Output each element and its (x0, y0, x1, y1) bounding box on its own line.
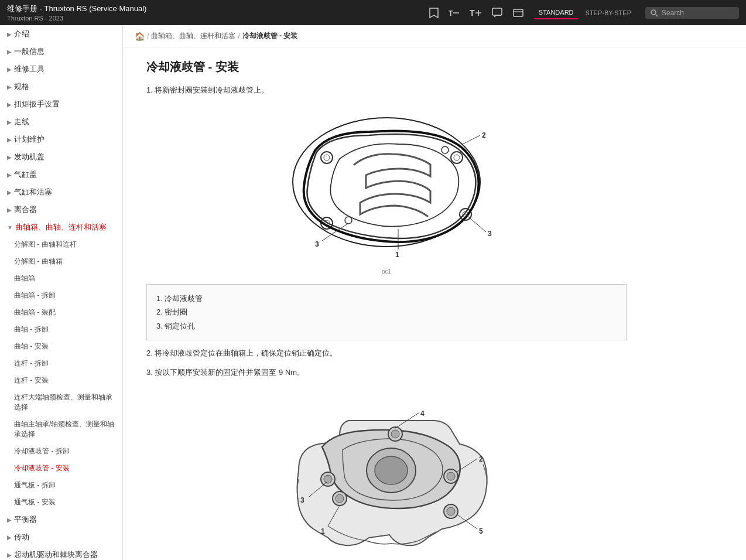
sidebar-sub-item-exploded-crankrod[interactable]: 分解图 - 曲轴和连杆 (0, 236, 122, 253)
main-layout: ▶介绍▶一般信息▶维修工具▶规格▶扭矩扳手设置▶走线▶计划维护▶发动机盖▶气缸盖… (0, 25, 746, 560)
sidebar-item-specs[interactable]: ▶规格 (0, 78, 122, 95)
svg-point-36 (324, 475, 332, 483)
view-modes: STANDARD STEP-BY-STEP (534, 6, 636, 19)
breadcrumb-current: 冷却液歧管 - 安装 (242, 31, 298, 41)
chevron-icon: ▶ (7, 172, 12, 178)
sidebar-item-starter-clutch[interactable]: ▶起动机驱动和棘块离合器 (0, 546, 122, 560)
sidebar-item-cylinder[interactable]: ▶气缸盖 (0, 166, 122, 183)
sidebar-sub-item-conrod-inspect[interactable]: 连杆大端轴颈检查、测量和轴承选择 (0, 389, 122, 416)
chevron-icon: ▶ (7, 136, 12, 143)
sidebar-item-service-tools[interactable]: ▶维修工具 (0, 60, 122, 78)
svg-text:3: 3 (315, 240, 319, 248)
sidebar-sub-item-label: 分解图 - 曲轴箱 (14, 257, 63, 267)
legend-item-2: 2. 密封圈 (156, 305, 617, 319)
sidebar-sub-item-main-bearing[interactable]: 曲轴主轴承/轴颈检查、测量和轴承选择 (0, 416, 122, 443)
sidebar-item-crankcase[interactable]: ▼曲轴箱、曲轴、连杆和活塞 (0, 218, 122, 236)
sidebar-item-label: 平衡器 (14, 514, 37, 525)
sidebar-sub-item-conrod-remove[interactable]: 连杆 - 拆卸 (0, 355, 122, 372)
sidebar-sub-item-vent-plate-remove[interactable]: 通气板 - 拆卸 (0, 477, 122, 494)
sidebar-item-label: 气缸盖 (14, 169, 37, 180)
sidebar-sub-item-label: 连杆大端轴颈检查、测量和轴承选择 (14, 392, 115, 412)
sidebar-sub-item-crankcase-assemble[interactable]: 曲轴箱 - 装配 (0, 304, 122, 321)
sidebar-sub-item-crank-remove[interactable]: 曲轴 - 拆卸 (0, 321, 122, 338)
sidebar-sub-item-coolant-manifold-remove[interactable]: 冷却液歧管 - 拆卸 (0, 443, 122, 460)
sidebar-item-label: 计划维护 (14, 134, 45, 145)
article: 冷却液歧管 - 安装 1. 将新密封圈安装到冷却液歧管上。 (123, 47, 650, 560)
sidebar-item-planned-maintenance[interactable]: ▶计划维护 (0, 131, 122, 148)
svg-point-13 (451, 152, 463, 163)
stepbystep-view-btn[interactable]: STEP-BY-STEP (581, 7, 636, 19)
breadcrumb-link-1[interactable]: 曲轴箱、曲轴、连杆和活塞 (151, 31, 235, 41)
chevron-icon: ▶ (7, 49, 12, 55)
font-decrease-icon[interactable]: T (449, 8, 460, 18)
sidebar-sub-item-vent-plate-install[interactable]: 通气板 - 安装 (0, 494, 122, 511)
sidebar-sub-item-label: 曲轴主轴承/轴颈检查、测量和轴承选择 (14, 419, 115, 439)
sidebar-item-label: 一般信息 (14, 46, 45, 57)
sidebar-item-general-info[interactable]: ▶一般信息 (0, 43, 122, 60)
sidebar-sub-item-label: 分解图 - 曲轴和连杆 (14, 240, 77, 250)
svg-point-40 (447, 507, 455, 515)
legend-box: 1. 冷却液歧管 2. 密封圈 3. 销定位孔 (146, 284, 627, 340)
content: 🏠 / 曲轴箱、曲轴、连杆和活塞 / 冷却液歧管 - 安装 冷却液歧管 - 安装… (123, 25, 746, 560)
sidebar-item-balancer[interactable]: ▶平衡器 (0, 511, 122, 528)
svg-line-9 (656, 14, 658, 16)
sidebar-item-engine-covers[interactable]: ▶发动机盖 (0, 148, 122, 166)
sidebar-sub-item-label: 冷却液歧管 - 拆卸 (14, 446, 70, 456)
sidebar-item-wiring[interactable]: ▶走线 (0, 113, 122, 131)
image-1-caption: oc1 (146, 268, 627, 275)
chevron-icon: ▶ (7, 154, 12, 161)
sidebar: ▶介绍▶一般信息▶维修工具▶规格▶扭矩扳手设置▶走线▶计划维护▶发动机盖▶气缸盖… (0, 25, 123, 560)
sidebar-item-label: 规格 (14, 81, 29, 92)
svg-rect-5 (492, 8, 502, 15)
titlebar-subtitle: Thruxton RS - 2023 (7, 15, 146, 22)
sidebar-sub-item-label: 通气板 - 拆卸 (14, 480, 56, 490)
sidebar-item-label: 介绍 (14, 29, 29, 39)
sidebar-item-clutch[interactable]: ▶离合器 (0, 201, 122, 218)
search-input[interactable] (662, 9, 732, 17)
sidebar-item-cylinder-piston[interactable]: ▶气缸和活塞 (0, 183, 122, 201)
sidebar-sub-item-label: 曲轴箱 - 装配 (14, 308, 56, 317)
breadcrumb-sep-2: / (238, 32, 239, 40)
chevron-icon: ▶ (7, 84, 12, 90)
sidebar-sub-item-crankcase-item[interactable]: 曲轴箱 (0, 270, 122, 287)
diagram-2-container: 1 2 3 4 5 (146, 388, 627, 560)
sidebar-sub-item-crankcase-remove[interactable]: 曲轴箱 - 拆卸 (0, 287, 122, 304)
svg-line-27 (466, 214, 486, 232)
sidebar-item-label: 气缸和活塞 (14, 187, 52, 197)
settings-icon[interactable] (513, 8, 525, 18)
home-icon[interactable]: 🏠 (135, 32, 145, 41)
step-1-text: 1. 将新密封圈安装到冷却液歧管上。 (146, 84, 627, 97)
sidebar-item-torque-wrench[interactable]: ▶扭矩扳手设置 (0, 95, 122, 113)
sidebar-sub-item-exploded-crank[interactable]: 分解图 - 曲轴箱 (0, 253, 122, 270)
chevron-icon: ▶ (7, 66, 12, 73)
svg-text:3: 3 (300, 496, 304, 504)
sidebar-item-label: 起动机驱动和棘块离合器 (14, 549, 98, 560)
sidebar-item-label: 维修工具 (14, 64, 45, 74)
svg-text:2: 2 (479, 455, 483, 463)
sidebar-item-label: 扭矩扳手设置 (14, 99, 60, 110)
sidebar-item-intro[interactable]: ▶介绍 (0, 25, 122, 43)
legend-item-3: 3. 销定位孔 (156, 319, 617, 333)
svg-point-8 (651, 10, 656, 15)
sidebar-sub-item-label: 连杆 - 安装 (14, 375, 49, 385)
sidebar-sub-item-crank-install[interactable]: 曲轴 - 安装 (0, 338, 122, 355)
article-title: 冷却液歧管 - 安装 (146, 59, 627, 75)
sidebar-sub-item-label: 曲轴 - 拆卸 (14, 325, 49, 334)
diagram-2-svg: 1 2 3 4 5 (264, 388, 509, 560)
svg-text:2: 2 (482, 131, 486, 139)
font-increase-icon[interactable]: T (470, 8, 482, 18)
svg-text:1: 1 (321, 527, 325, 535)
comment-icon[interactable] (492, 8, 504, 18)
chevron-icon: ▶ (7, 31, 12, 37)
sidebar-sub-item-coolant-manifold-install[interactable]: 冷却液歧管 - 安装 (0, 460, 122, 477)
svg-point-12 (324, 155, 330, 161)
titlebar-right: T T STANDARD (429, 6, 739, 19)
sidebar-sub-item-conrod-install[interactable]: 连杆 - 安装 (0, 372, 122, 389)
sidebar-sub-item-label: 冷却液歧管 - 安装 (14, 463, 70, 473)
bookmark-icon[interactable] (429, 7, 439, 19)
chevron-icon: ▼ (7, 224, 13, 231)
svg-text:5: 5 (479, 527, 483, 535)
standard-view-btn[interactable]: STANDARD (534, 6, 579, 19)
search-icon (650, 9, 658, 17)
sidebar-item-transmission[interactable]: ▶传动 (0, 528, 122, 546)
